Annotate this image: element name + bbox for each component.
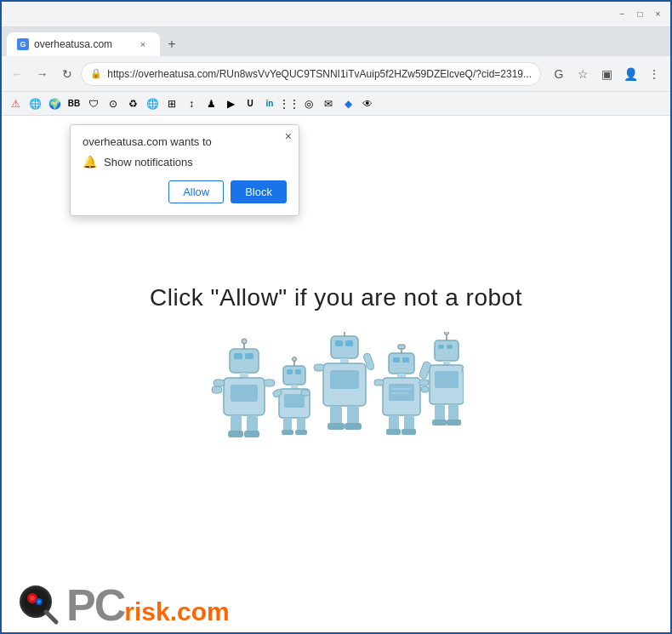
svg-point-19 <box>293 357 297 361</box>
svg-rect-72 <box>432 420 447 426</box>
svg-rect-30 <box>335 340 343 346</box>
allow-button[interactable]: Allow <box>168 180 224 203</box>
svg-rect-14 <box>244 431 259 437</box>
popup-buttons: Allow Block <box>83 180 287 203</box>
title-bar: − □ × <box>2 2 670 27</box>
back-button[interactable]: ← <box>7 63 28 85</box>
ext-bb-icon[interactable]: BB <box>65 95 83 112</box>
window-controls[interactable]: − □ × <box>617 9 663 20</box>
svg-rect-7 <box>231 385 258 402</box>
ext-shield-icon[interactable]: 🛡 <box>85 95 102 112</box>
ext-video-icon[interactable]: ▶ <box>222 95 239 112</box>
svg-rect-53 <box>374 380 384 386</box>
ext-target-icon[interactable]: ◎ <box>300 95 317 112</box>
svg-rect-40 <box>347 406 359 425</box>
address-bar[interactable]: 🔒 https://overheatusa.com/RUn8wsVvYeQUC9… <box>81 62 541 86</box>
risk-text: risk.com <box>124 597 229 626</box>
svg-rect-67 <box>435 371 458 388</box>
svg-rect-26 <box>297 418 305 431</box>
pcrisk-logo-icon <box>17 583 61 627</box>
ext-linkedin-icon[interactable]: in <box>261 95 278 112</box>
ext-blue-icon[interactable]: ◆ <box>339 95 356 112</box>
ext-warning-icon[interactable]: ⚠ <box>7 95 24 112</box>
svg-rect-61 <box>438 345 444 349</box>
tab-close-button[interactable]: × <box>136 37 150 51</box>
robots-illustration <box>208 332 464 468</box>
svg-rect-57 <box>404 415 414 431</box>
svg-rect-34 <box>340 358 349 363</box>
new-tab-button[interactable]: + <box>160 32 184 56</box>
svg-point-4 <box>242 339 247 344</box>
svg-rect-13 <box>228 431 243 437</box>
svg-rect-58 <box>386 429 401 435</box>
svg-rect-45 <box>402 357 409 363</box>
svg-rect-42 <box>345 423 362 430</box>
ext-puzzle-icon[interactable]: ♟ <box>202 95 219 112</box>
svg-rect-15 <box>283 366 305 385</box>
maximize-button[interactable]: □ <box>635 9 646 20</box>
reload-button[interactable]: ↻ <box>56 63 77 85</box>
footer-logo: PC risk.com <box>17 583 230 627</box>
tab-bar: G overheatusa.com × + <box>2 27 670 56</box>
minimize-button[interactable]: − <box>617 9 628 20</box>
svg-rect-12 <box>247 415 258 432</box>
ext-grid-icon[interactable]: ⊞ <box>163 95 180 112</box>
svg-rect-1 <box>234 353 242 359</box>
ext-globe2-icon[interactable]: 🌍 <box>46 95 63 112</box>
svg-point-79 <box>37 600 41 603</box>
svg-rect-73 <box>447 420 461 426</box>
svg-rect-39 <box>330 406 342 425</box>
robots-svg <box>208 332 464 468</box>
svg-rect-70 <box>435 404 445 421</box>
notification-popup: × overheatusa.com wants to 🔔 Show notifi… <box>70 124 299 216</box>
side-panel-icon[interactable]: ▣ <box>595 63 618 85</box>
ext-globe3-icon[interactable]: 🌐 <box>144 95 161 112</box>
profile-icon[interactable]: 👤 <box>619 63 641 85</box>
ext-mail-icon[interactable]: ✉ <box>320 95 337 112</box>
tab-favicon: G <box>17 38 29 50</box>
svg-rect-22 <box>284 394 305 408</box>
svg-rect-29 <box>331 336 358 358</box>
bookmark-icon[interactable]: ☆ <box>572 63 594 85</box>
pc-letters: PC <box>66 583 124 627</box>
url-text: https://overheatusa.com/RUn8wsVvYeQUC9TS… <box>107 68 532 80</box>
popup-title: overheatusa.com wants to <box>83 135 287 148</box>
svg-rect-60 <box>435 340 458 361</box>
ext-u-icon[interactable]: U <box>242 95 259 112</box>
extensions-bar: ⚠ 🌐 🌍 BB 🛡 ⊙ ♻ 🌐 ⊞ ↕ ♟ ▶ U in ⋮⋮ ◎ ✉ ◆ 👁 <box>2 92 670 116</box>
forward-button[interactable]: → <box>31 63 53 85</box>
svg-rect-43 <box>389 353 414 374</box>
ext-arrow-icon[interactable]: ↕ <box>183 95 200 112</box>
ext-globe-icon[interactable]: 🌐 <box>26 95 43 112</box>
close-window-button[interactable]: × <box>652 9 663 20</box>
navigation-toolbar: ← → ↻ 🔒 https://overheatusa.com/RUn8wsVv… <box>2 56 670 92</box>
svg-rect-25 <box>283 418 292 431</box>
svg-rect-27 <box>282 430 293 435</box>
google-account-icon[interactable]: G <box>548 63 570 85</box>
svg-point-77 <box>30 596 35 601</box>
active-tab[interactable]: G overheatusa.com × <box>7 32 160 56</box>
ext-eye-icon[interactable]: 👁 <box>359 95 376 112</box>
svg-rect-44 <box>393 357 400 363</box>
svg-rect-69 <box>462 367 464 373</box>
svg-rect-2 <box>245 353 253 359</box>
lock-icon: 🔒 <box>90 68 102 79</box>
pcrisk-text: PC risk.com <box>66 583 230 627</box>
ext-apps-icon[interactable]: ⋮⋮ <box>281 95 298 112</box>
svg-point-64 <box>445 332 449 335</box>
svg-rect-36 <box>330 370 359 389</box>
block-button[interactable]: Block <box>231 180 287 203</box>
svg-rect-24 <box>301 390 310 396</box>
ext-recycle-icon[interactable]: ♻ <box>124 95 141 112</box>
svg-rect-56 <box>389 415 399 431</box>
bell-icon: 🔔 <box>83 155 97 168</box>
toolbar-action-icons: G ☆ ▣ 👤 ⋮ <box>548 63 665 85</box>
tab-title: overheatusa.com <box>34 38 131 50</box>
svg-rect-16 <box>287 369 293 374</box>
popup-close-button[interactable]: × <box>285 130 292 142</box>
svg-rect-10 <box>264 380 275 386</box>
svg-rect-9 <box>212 386 222 393</box>
svg-rect-62 <box>447 345 453 349</box>
menu-icon[interactable]: ⋮ <box>643 63 665 85</box>
ext-circle-icon[interactable]: ⊙ <box>105 95 122 112</box>
